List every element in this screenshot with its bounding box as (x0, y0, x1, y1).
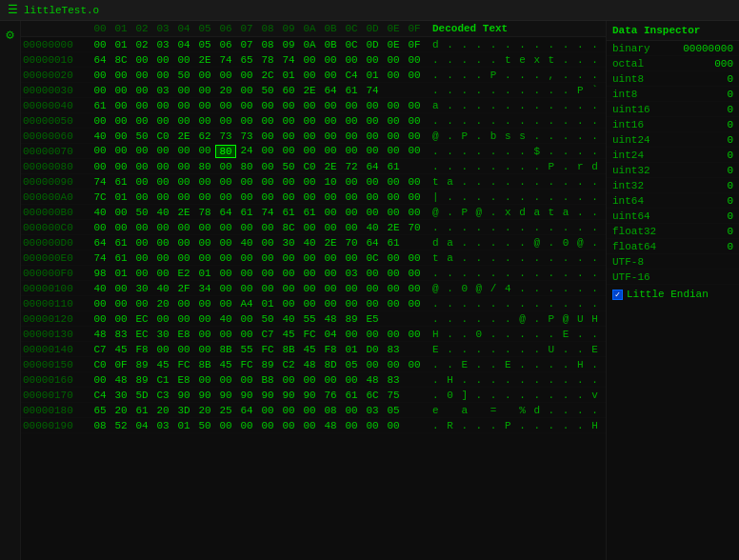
byte-cell[interactable]: 0C (362, 252, 383, 264)
byte-cell[interactable]: 00 (194, 70, 215, 81)
byte-cell[interactable]: 61 (341, 390, 362, 401)
byte-cell[interactable]: 00 (383, 191, 404, 203)
byte-cell[interactable]: 61 (299, 207, 320, 218)
byte-cell[interactable]: 00 (257, 130, 278, 142)
byte-cell[interactable]: FC (299, 329, 320, 340)
byte-cell[interactable]: 00 (320, 207, 341, 218)
byte-cell[interactable]: 03 (152, 39, 173, 50)
byte-cell[interactable]: 00 (194, 344, 215, 355)
byte-cell[interactable]: 00 (152, 70, 173, 81)
byte-cell[interactable]: 00 (131, 252, 152, 264)
byte-cell[interactable]: 00 (362, 176, 383, 188)
byte-cell[interactable]: 45 (110, 344, 131, 355)
byte-cell[interactable]: 00 (152, 191, 173, 203)
byte-cell[interactable]: 45 (152, 359, 173, 370)
byte-cell[interactable]: 00 (320, 130, 341, 142)
byte-cell[interactable]: 90 (278, 390, 299, 401)
byte-cell[interactable]: 00 (404, 191, 425, 203)
byte-cell[interactable]: 00 (173, 222, 194, 233)
byte-cell[interactable]: 20 (194, 405, 215, 416)
byte-cell[interactable]: 05 (341, 359, 362, 370)
byte-cell[interactable]: 02 (131, 39, 152, 50)
byte-cell[interactable]: 00 (152, 100, 173, 111)
byte-cell[interactable]: 64 (362, 161, 383, 172)
byte-cell[interactable]: 00 (362, 100, 383, 111)
byte-cell[interactable]: 00 (362, 283, 383, 294)
byte-cell[interactable]: 00 (404, 359, 425, 370)
byte-cell[interactable]: 00 (236, 374, 257, 386)
byte-cell[interactable]: 01 (257, 298, 278, 310)
byte-cell[interactable]: F8 (131, 344, 152, 355)
byte-cell[interactable]: 00 (257, 283, 278, 294)
byte-cell[interactable]: 04 (173, 39, 194, 50)
byte-cell[interactable]: 01 (194, 268, 215, 279)
byte-cell[interactable]: 00 (404, 145, 425, 158)
byte-cell[interactable]: 00 (110, 85, 131, 96)
byte-cell[interactable]: 25 (215, 405, 236, 416)
byte-cell[interactable]: A4 (236, 298, 257, 310)
byte-cell[interactable]: 00 (299, 145, 320, 158)
byte-cell[interactable]: 74 (90, 176, 110, 188)
byte-cell[interactable]: 00 (173, 191, 194, 203)
byte-cell[interactable]: 00 (362, 130, 383, 142)
byte-cell[interactable]: 00 (194, 145, 215, 158)
byte-cell[interactable]: 00 (278, 252, 299, 264)
byte-cell[interactable]: 64 (90, 54, 110, 66)
byte-cell[interactable]: 00 (215, 100, 236, 111)
byte-cell[interactable]: 00 (299, 298, 320, 310)
byte-cell[interactable]: 90 (215, 390, 236, 401)
byte-cell[interactable]: 00 (215, 161, 236, 172)
byte-cell[interactable]: 00 (278, 191, 299, 203)
byte-cell[interactable]: 00 (299, 222, 320, 233)
byte-cell[interactable]: 00 (152, 252, 173, 264)
byte-cell[interactable]: C7 (257, 329, 278, 340)
byte-cell[interactable]: 00 (215, 252, 236, 264)
byte-cell[interactable]: 00 (173, 237, 194, 249)
byte-cell[interactable]: 00 (320, 252, 341, 264)
byte-cell[interactable]: 2E (173, 130, 194, 142)
byte-cell[interactable]: 00 (362, 298, 383, 310)
byte-cell[interactable]: 00 (404, 100, 425, 111)
byte-cell[interactable]: 00 (194, 374, 215, 386)
byte-cell[interactable]: 00 (152, 344, 173, 355)
byte-cell[interactable]: 00 (320, 268, 341, 279)
byte-cell[interactable]: 01 (110, 268, 131, 279)
byte-cell[interactable]: 00 (278, 283, 299, 294)
byte-cell[interactable]: 00 (194, 329, 215, 340)
byte-cell[interactable]: E2 (173, 268, 194, 279)
byte-cell[interactable]: 00 (110, 70, 131, 81)
byte-cell[interactable]: 00 (341, 329, 362, 340)
byte-cell[interactable]: 64 (90, 237, 110, 249)
byte-cell[interactable]: 00 (90, 70, 110, 81)
byte-cell[interactable]: 00 (404, 329, 425, 340)
byte-cell[interactable]: 0D (362, 39, 383, 50)
byte-cell[interactable]: 74 (215, 54, 236, 66)
byte-cell[interactable]: 00 (173, 115, 194, 127)
byte-cell[interactable]: 83 (110, 329, 131, 340)
byte-cell[interactable]: 2E (320, 161, 341, 172)
byte-cell[interactable]: 60 (278, 85, 299, 96)
byte-cell[interactable]: 61 (110, 237, 131, 249)
byte-cell[interactable]: 00 (194, 176, 215, 188)
byte-cell[interactable]: 0E (383, 39, 404, 50)
byte-cell[interactable]: 00 (194, 237, 215, 249)
byte-cell[interactable]: 00 (362, 145, 383, 158)
byte-cell[interactable]: 00 (320, 283, 341, 294)
byte-cell[interactable]: 65 (90, 405, 110, 416)
byte-cell[interactable]: EC (131, 329, 152, 340)
byte-cell[interactable]: 0F (110, 359, 131, 370)
byte-cell[interactable]: 80 (236, 161, 257, 172)
byte-cell[interactable]: C0 (152, 130, 173, 142)
byte-cell[interactable]: 08 (90, 420, 110, 431)
byte-cell[interactable]: 00 (278, 115, 299, 127)
byte-cell[interactable]: 00 (383, 100, 404, 111)
byte-cell[interactable]: 00 (215, 237, 236, 249)
byte-cell[interactable]: 90 (257, 390, 278, 401)
byte-cell[interactable]: 00 (236, 313, 257, 325)
byte-cell[interactable]: 01 (341, 344, 362, 355)
byte-cell[interactable]: 00 (383, 145, 404, 158)
byte-cell[interactable]: 48 (320, 420, 341, 431)
byte-cell[interactable]: 61 (278, 207, 299, 218)
byte-cell[interactable]: 8C (278, 222, 299, 233)
little-endian-checkbox[interactable] (612, 290, 623, 300)
